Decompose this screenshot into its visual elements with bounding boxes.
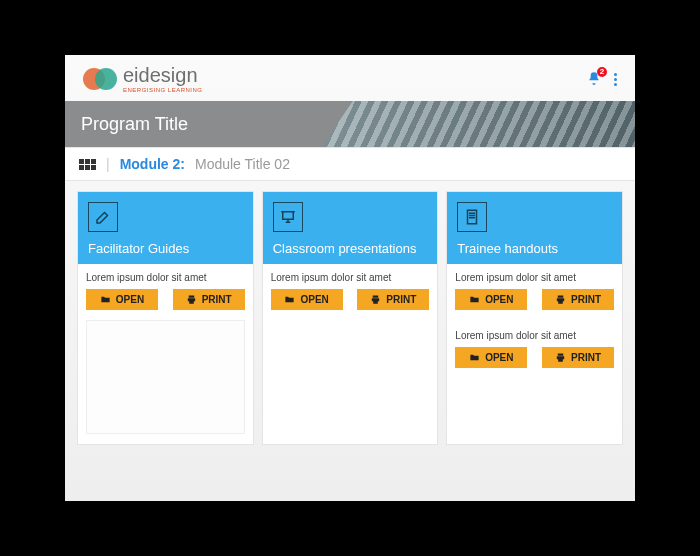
breadcrumb-separator: | [106,156,110,172]
print-label: PRINT [571,294,601,305]
print-button[interactable]: PRINT [542,347,614,368]
print-button[interactable]: PRINT [357,289,429,310]
card-title: Facilitator Guides [88,241,243,256]
resource-item: Lorem ipsum dolor sit amet OPEN PRINT [455,330,614,368]
folder-icon [284,294,295,305]
open-label: OPEN [485,294,513,305]
hero-banner: Program Title [65,101,635,147]
brand-text: eidesign ENERGISING LEARNING [123,65,203,93]
folder-icon [469,294,480,305]
card-header: Trainee handouts [447,192,622,264]
card-header: Facilitator Guides [78,192,253,264]
grid-view-button[interactable] [79,159,96,170]
card-body: Lorem ipsum dolor sit amet OPEN PRINT Lo [447,264,622,378]
brand-logo[interactable]: eidesign ENERGISING LEARNING [83,65,203,93]
open-label: OPEN [116,294,144,305]
print-label: PRINT [202,294,232,305]
resource-desc: Lorem ipsum dolor sit amet [86,272,245,283]
print-icon [370,294,381,305]
empty-slot [86,320,245,434]
module-label: Module 2: [120,156,185,172]
folder-icon [100,294,111,305]
print-icon [555,352,566,363]
card-body: Lorem ipsum dolor sit amet OPEN PRINT [263,264,438,444]
resource-item: Lorem ipsum dolor sit amet OPEN PRINT [455,272,614,310]
presentation-icon [273,202,303,232]
resource-item: Lorem ipsum dolor sit amet OPEN PRINT [271,272,430,310]
resource-actions: OPEN PRINT [455,347,614,368]
resource-actions: OPEN PRINT [455,289,614,310]
card-trainee-handouts: Trainee handouts Lorem ipsum dolor sit a… [446,191,623,445]
open-button[interactable]: OPEN [271,289,343,310]
module-title: Module Title 02 [195,156,290,172]
card-classroom-presentations: Classroom presentations Lorem ipsum dolo… [262,191,439,445]
card-title: Trainee handouts [457,241,612,256]
top-actions: 2 [586,71,619,88]
card-body: Lorem ipsum dolor sit amet OPEN PRINT [78,264,253,444]
print-icon [555,294,566,305]
page-title: Program Title [81,114,188,135]
print-label: PRINT [571,352,601,363]
breadcrumb: | Module 2: Module Title 02 [65,147,635,181]
resource-item: Lorem ipsum dolor sit amet OPEN PRINT [86,272,245,310]
print-icon [186,294,197,305]
open-button[interactable]: OPEN [455,289,527,310]
cards-grid: Facilitator Guides Lorem ipsum dolor sit… [65,181,635,455]
resource-actions: OPEN PRINT [86,289,245,310]
print-button[interactable]: PRINT [542,289,614,310]
resource-desc: Lorem ipsum dolor sit amet [455,272,614,283]
open-label: OPEN [300,294,328,305]
print-label: PRINT [386,294,416,305]
card-title: Classroom presentations [273,241,428,256]
pencil-square-icon [88,202,118,232]
document-icon [457,202,487,232]
brand-name: eidesign [123,65,203,85]
notification-count: 2 [597,67,607,77]
print-button[interactable]: PRINT [173,289,245,310]
open-button[interactable]: OPEN [455,347,527,368]
more-menu-button[interactable] [612,71,619,88]
open-button[interactable]: OPEN [86,289,158,310]
card-header: Classroom presentations [263,192,438,264]
card-facilitator-guides: Facilitator Guides Lorem ipsum dolor sit… [77,191,254,445]
app-frame: eidesign ENERGISING LEARNING 2 Program T… [65,55,635,501]
topbar: eidesign ENERGISING LEARNING 2 [65,55,635,101]
resource-actions: OPEN PRINT [271,289,430,310]
folder-icon [469,352,480,363]
open-label: OPEN [485,352,513,363]
resource-desc: Lorem ipsum dolor sit amet [271,272,430,283]
resource-desc: Lorem ipsum dolor sit amet [455,330,614,341]
brand-mark-icon [83,68,117,90]
notifications-button[interactable]: 2 [586,71,602,87]
brand-tagline: ENERGISING LEARNING [123,87,203,93]
